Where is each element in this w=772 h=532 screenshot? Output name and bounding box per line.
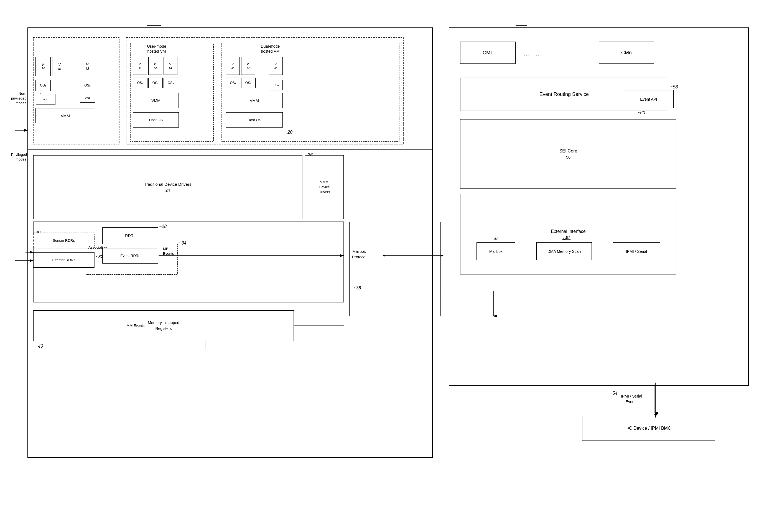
vmm-native: VMM [35,108,95,123]
i2c-device-box: I²C Device / IPMI BMC [582,416,715,441]
sensor-rdrs-box: Sensor RDRs [33,233,94,248]
ref-26: 26 [308,152,313,157]
vdd-2: vdd [80,93,95,103]
ref-58: ~58 [670,85,678,90]
ext-iface-label: External Interface [551,229,585,234]
cm-dots: ... ... [524,50,539,57]
mm-events-label: ← MM Events ———————— [122,324,174,328]
vm-dual-last: VM [269,57,283,75]
vm-dots-1: ... [69,65,73,69]
ref-60: ~60 [638,110,645,115]
ref-40: ~40 [35,344,43,349]
osn-dual: OSₙ [269,80,283,90]
sei-core-label: SEI Core [559,149,577,154]
sei-core-box: SEI Core 56 [460,119,676,189]
vm-box-3: VM [80,57,95,76]
vmm-user: VMM [133,93,179,108]
osn-native: OSₙ [80,80,95,91]
non-privileged-label: Non-privilegedmodes [11,91,26,106]
non-priv-arrows: ↑↓ [27,91,29,103]
ref-54: ~54 [610,391,617,396]
vm-user-3: VM [164,57,177,75]
os2-user: OS₂ [148,78,163,88]
vm-dual-2: VM [241,57,255,75]
priv-arrows: ↑↓ [27,152,29,164]
ref-28: ~28 [159,224,167,229]
vdd-outer-1: vdd [36,94,55,105]
rdrs-box: RDRs [103,227,158,244]
mailbox-box: Mailbox [477,242,515,260]
vm-dots-dual: ... [257,65,261,69]
diagram-container: Non-privilegedmodes ↑↓ Privilegedmodes ↑… [11,11,760,521]
host-os-dual: Host OS [226,112,283,128]
svg-marker-35 [383,254,385,257]
external-interface-box: External Interface 52 42 Mailbox 44 DMA … [460,194,676,274]
cmn-box: CMn [599,42,654,64]
sei-core-number: 56 [566,155,571,159]
ref-38: ~38 [353,286,361,291]
ref-34: ~34 [179,241,186,246]
event-api-box: Event API [624,90,674,108]
os3-user: OS₃ [164,78,178,88]
ipmi-serial-events-label: IPMI / SerialEvents [621,394,642,404]
ref-42-label: 42 [494,237,498,241]
event-rdrs-box: Event RDRs [103,248,158,263]
vm-user-2: VM [148,57,162,75]
os1-dual: OS₁ [226,78,240,88]
ipmi-down-arrow [649,383,663,419]
os2-dual: OS₂ [241,78,256,88]
vm-dual-1: VM [226,57,240,75]
os1-user: OS₁ [133,78,147,88]
vm-box-2: VM [52,57,67,76]
mailbox-protocol-label: MailboxProtocol [352,249,366,260]
vm-box-1: VM [35,57,51,76]
vm-user-1: VM [133,57,147,75]
ref-44-label: 44 [562,237,566,241]
svg-marker-36 [441,254,444,257]
dma-memory-scan-box: DMA Memory Scan [536,242,592,260]
dual-mode-label: Dual-modehosted VM [247,44,294,54]
user-mode-label: User-modehosted VM [133,44,180,54]
ipmi-serial-box: IPMI / Serial [613,242,660,260]
host-os-user: Host OS [133,112,179,128]
vmm-device-drivers-box: VMMDeviceDrivers [305,155,344,219]
privileged-label: Privilegedmodes [11,152,26,162]
os1-native: OS₁ [35,80,51,91]
vmm-dual: VMM [226,93,283,108]
traditional-device-drivers-box: Traditional Device Drivers 24 [33,155,302,219]
ref-20: ~20 [285,130,292,135]
tdd-number: 24 [165,188,170,192]
effector-rdrs-box: Effector RDRs [33,252,94,268]
tdd-label: Traditional Device Drivers [144,182,191,187]
cm1-box: CM1 [460,42,516,64]
mb-events-label: MBEvents [163,247,174,256]
